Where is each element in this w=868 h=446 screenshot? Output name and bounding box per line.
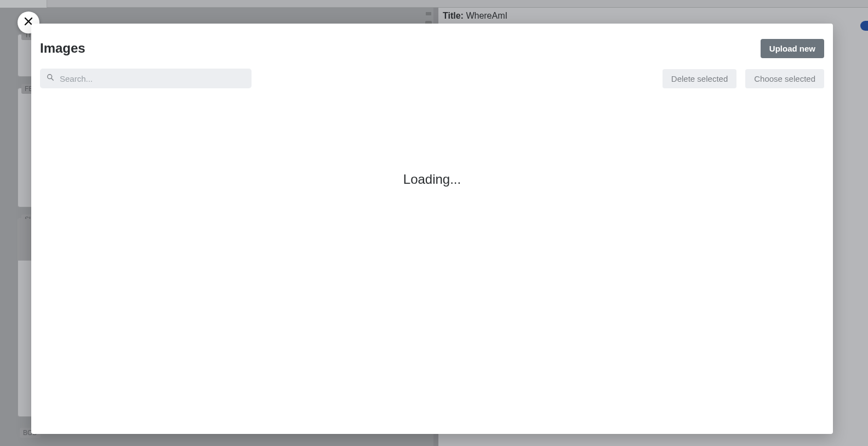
top-tab (0, 0, 47, 8)
search-input[interactable] (60, 74, 245, 83)
modal-title: Images (40, 41, 85, 56)
toolbar-buttons: Delete selected Choose selected (663, 69, 824, 88)
upload-new-button[interactable]: Upload new (761, 39, 824, 58)
search-icon (47, 74, 54, 83)
right-floating-button[interactable] (860, 21, 868, 31)
top-tab-bar (0, 0, 868, 8)
subtitle-panel-sidebar (18, 219, 32, 261)
images-modal: Images Upload new Delete selected Choose… (31, 24, 833, 434)
preview-title-value: WhereAmI (466, 11, 507, 20)
search-field-wrap[interactable] (40, 69, 252, 88)
loading-text: Loading... (403, 172, 461, 187)
svg-line-1 (52, 78, 53, 80)
modal-header: Images Upload new (40, 33, 824, 63)
delete-selected-button[interactable]: Delete selected (663, 69, 736, 88)
preview-title-label: Title: (443, 11, 464, 20)
preview-title-row: Title: WhereAmI (443, 11, 507, 21)
modal-toolbar: Delete selected Choose selected (40, 69, 824, 88)
choose-selected-button[interactable]: Choose selected (745, 69, 824, 88)
modal-body: Loading... (31, 106, 833, 434)
scroll-up-icon (426, 12, 431, 15)
